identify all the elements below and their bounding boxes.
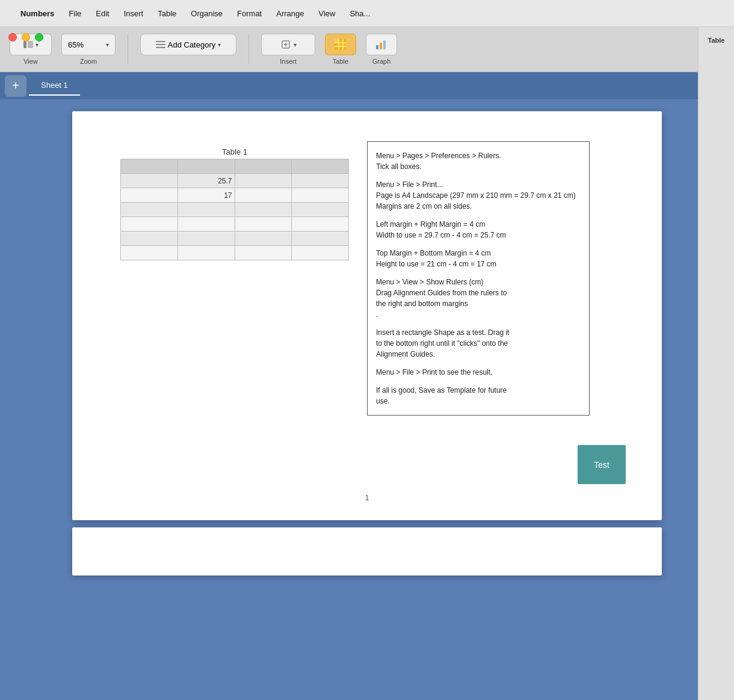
svg-rect-14	[376, 45, 378, 49]
table-cell[interactable]	[235, 232, 292, 246]
text-box-paragraph: Top Margin + Bottom Margin = 4 cm Height…	[376, 248, 581, 269]
text-box-paragraph: Insert a rectangle Shape as a test. Drag…	[376, 327, 581, 360]
menubar-table[interactable]: Table	[152, 7, 182, 20]
toolbar-insert-group: ▾ Insert	[261, 34, 315, 65]
text-box-paragraph: Menu > File > Print... Page is A4 Landsc…	[376, 179, 581, 212]
toolbar-zoom-group: 65% ▾ Zoom	[61, 34, 116, 65]
table-cell[interactable]: 17	[177, 188, 235, 203]
svg-rect-15	[380, 43, 382, 49]
zoom-button[interactable]: 65% ▾	[61, 34, 116, 55]
table-cell[interactable]	[292, 188, 349, 203]
table-button[interactable]	[325, 34, 356, 55]
test-shape-label: Test	[594, 460, 609, 470]
text-box-paragraph: Left margin + Right Margin = 4 cm Width …	[376, 219, 581, 241]
add-category-button[interactable]: Add Category ▾	[140, 34, 236, 55]
menubar-organise[interactable]: Organise	[185, 7, 229, 20]
table-cell[interactable]	[235, 188, 292, 203]
table-title: Table 1	[120, 147, 349, 156]
table-cell[interactable]: 25.7	[177, 174, 235, 188]
view-label: View	[23, 58, 38, 65]
table-cell[interactable]	[235, 174, 292, 188]
table-cell[interactable]	[121, 232, 178, 246]
table-cell[interactable]	[292, 159, 349, 174]
table-cell[interactable]	[235, 217, 292, 232]
toolbar-graph-group: Graph	[366, 34, 397, 65]
window-controls	[8, 33, 43, 41]
insert-label: Insert	[280, 58, 297, 65]
table-cell[interactable]	[177, 203, 235, 217]
text-box-paragraph: If all is good, Save as Template for fut…	[376, 385, 581, 407]
table-cell[interactable]	[235, 203, 292, 217]
main-content: Table 1 25.717 Menu > Pages > Preference…	[0, 99, 734, 700]
table-cell[interactable]	[177, 246, 235, 260]
zoom-value: 65%	[68, 40, 84, 49]
table-cell[interactable]	[121, 203, 178, 217]
menubar-format[interactable]: Format	[231, 7, 268, 20]
text-box[interactable]: Menu > Pages > Preferences > Rulers. Tic…	[367, 141, 590, 416]
menubar: Numbers File Edit Insert Table Organise …	[0, 0, 734, 27]
data-table[interactable]: 25.717	[120, 159, 349, 260]
menubar-view[interactable]: View	[312, 7, 341, 20]
zoom-label: Zoom	[80, 58, 97, 65]
table-cell[interactable]	[235, 246, 292, 260]
toolbar: ▾ View 65% ▾ Zoom Add Category ▾	[0, 27, 734, 72]
svg-rect-3	[156, 44, 165, 45]
sheet-tabs: + Sheet 1	[0, 72, 734, 99]
table-cell[interactable]	[121, 217, 178, 232]
right-panel-tab-label[interactable]: Table	[706, 32, 727, 49]
svg-rect-1	[28, 41, 33, 48]
text-box-paragraph: Menu > File > Print to see the result.	[376, 367, 581, 378]
list-icon	[156, 40, 165, 49]
add-sheet-button[interactable]: +	[5, 75, 26, 97]
minimize-button[interactable]	[22, 33, 30, 41]
graph-icon	[375, 39, 387, 50]
right-panel: Table	[698, 27, 734, 700]
page-number: 1	[365, 494, 369, 502]
table-cell[interactable]	[177, 217, 235, 232]
table-cell[interactable]	[235, 159, 292, 174]
menubar-arrange[interactable]: Arrange	[270, 7, 310, 20]
text-box-paragraph: Menu > View > Show Rulers (cm) Drag Alig…	[376, 277, 581, 320]
test-shape[interactable]: Test	[578, 445, 626, 484]
page-2-stub	[72, 527, 662, 576]
svg-rect-13	[335, 39, 339, 43]
menubar-insert[interactable]: Insert	[118, 7, 150, 20]
text-box-paragraph: Menu > Pages > Preferences > Rulers. Tic…	[376, 150, 581, 172]
table-cell[interactable]	[121, 174, 178, 188]
table-cell[interactable]	[121, 246, 178, 260]
toolbar-add-category-group: Add Category ▾ -	[140, 34, 236, 65]
svg-rect-2	[156, 41, 165, 42]
svg-rect-16	[383, 40, 386, 49]
table-cell[interactable]	[292, 232, 349, 246]
toolbar-divider-1	[128, 34, 128, 64]
table-cell[interactable]	[177, 232, 235, 246]
table-cell[interactable]	[292, 217, 349, 232]
table-cell[interactable]	[292, 246, 349, 260]
sheet-1-tab[interactable]: Sheet 1	[29, 76, 80, 96]
insert-button[interactable]: ▾	[261, 34, 315, 55]
menubar-file[interactable]: File	[63, 7, 87, 20]
maximize-button[interactable]	[35, 33, 43, 41]
toolbar-divider-2	[248, 34, 249, 64]
table-icon	[335, 39, 347, 50]
table-cell[interactable]	[177, 159, 235, 174]
page-1: Table 1 25.717 Menu > Pages > Preference…	[72, 111, 662, 520]
view-icon	[23, 41, 33, 48]
menubar-share[interactable]: Sha...	[344, 7, 376, 20]
close-button[interactable]	[8, 33, 17, 41]
add-category-label: Add Category	[168, 40, 216, 49]
toolbar-table-group: Table	[325, 34, 356, 65]
table-cell[interactable]	[292, 203, 349, 217]
svg-rect-4	[156, 47, 165, 48]
table-cell[interactable]	[292, 174, 349, 188]
table-cell[interactable]	[121, 188, 178, 203]
spreadsheet-table[interactable]: Table 1 25.717	[120, 147, 349, 260]
insert-icon	[280, 39, 291, 50]
table-label: Table	[333, 58, 348, 65]
menubar-numbers[interactable]: Numbers	[14, 7, 60, 20]
table-cell[interactable]	[121, 159, 178, 174]
graph-label: Graph	[372, 58, 391, 65]
svg-rect-0	[23, 41, 26, 48]
menubar-edit[interactable]: Edit	[90, 7, 115, 20]
graph-button[interactable]	[366, 34, 397, 55]
